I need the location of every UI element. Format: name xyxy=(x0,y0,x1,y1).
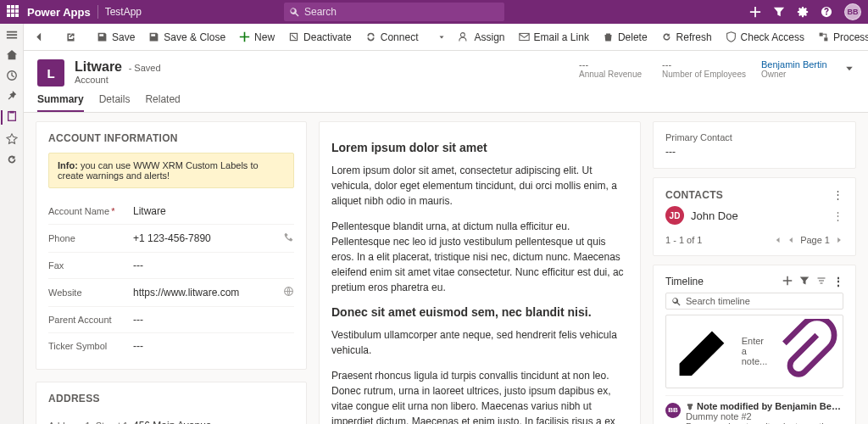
contact-row[interactable]: JDJohn Doe⋮ xyxy=(665,201,843,230)
clipboard-icon[interactable] xyxy=(6,110,18,122)
popout-button[interactable] xyxy=(60,28,81,46)
svg-rect-6 xyxy=(820,33,823,36)
field-row[interactable]: Ticker Symbol--- xyxy=(48,333,294,359)
primary-contact-value[interactable]: --- xyxy=(665,146,843,158)
settings-icon[interactable] xyxy=(797,6,809,18)
save-close-button[interactable]: Save & Close xyxy=(143,28,231,47)
process-button[interactable]: Process xyxy=(813,28,868,47)
field-value[interactable]: 456 Main Avenue xyxy=(133,420,294,424)
timeline-more-icon[interactable]: ⋮ xyxy=(833,276,843,287)
connect-chevron[interactable] xyxy=(433,31,450,44)
top-bar: Power Apps TestApp BB xyxy=(0,0,868,24)
timeline-add-icon[interactable] xyxy=(782,276,793,286)
back-button[interactable] xyxy=(29,28,50,46)
header-owner[interactable]: Benjamin Bertin Owner xyxy=(761,59,829,79)
check-access-button[interactable]: Check Access xyxy=(721,28,810,47)
timeline-filter-icon[interactable] xyxy=(799,276,810,286)
pin-icon[interactable] xyxy=(6,90,18,102)
field-value[interactable]: Litware xyxy=(133,205,294,217)
timeline-sort-icon[interactable] xyxy=(816,276,826,286)
header-num-employees: --- Number of Employees xyxy=(662,59,746,79)
delete-button[interactable]: Delete xyxy=(598,28,653,47)
pencil-icon xyxy=(671,319,737,384)
save-button[interactable]: Save xyxy=(92,28,140,47)
field-row[interactable]: Websitehttps://www.litware.com xyxy=(48,279,294,307)
add-icon[interactable] xyxy=(749,6,761,18)
timeline-avatar: BB xyxy=(665,403,681,418)
globe-icon[interactable] xyxy=(283,286,294,299)
contact-name: John Doe xyxy=(691,209,738,222)
header-expand-chevron[interactable] xyxy=(844,64,854,75)
contact-more-icon[interactable]: ⋮ xyxy=(832,209,843,222)
field-row[interactable]: Fax--- xyxy=(48,253,294,279)
phone-icon[interactable] xyxy=(283,232,294,245)
search-icon xyxy=(289,7,299,17)
record-header: L Litware - Saved Account --- Annual Rev… xyxy=(24,51,868,86)
tab-summary[interactable]: Summary xyxy=(37,93,84,112)
new-button[interactable]: New xyxy=(234,28,280,47)
svg-rect-2 xyxy=(9,111,14,114)
pager-prev-icon[interactable] xyxy=(787,236,795,244)
field-value[interactable]: --- xyxy=(133,259,294,271)
timeline-search[interactable]: Search timeline xyxy=(665,293,843,310)
pager-first-icon[interactable] xyxy=(773,236,782,244)
assign-button[interactable]: Assign xyxy=(453,28,509,47)
pager-next-icon[interactable] xyxy=(835,236,843,244)
svg-point-4 xyxy=(461,33,465,37)
field-label: Ticker Symbol xyxy=(48,341,133,351)
deactivate-button[interactable]: Deactivate xyxy=(283,28,357,47)
timeline-note-input[interactable]: Enter a note... xyxy=(665,315,843,388)
record-title: Litware xyxy=(75,59,122,75)
attachment-icon[interactable] xyxy=(772,319,837,384)
star-icon[interactable] xyxy=(6,133,18,145)
field-row[interactable]: Account Name*Litware xyxy=(48,198,294,225)
rich-paragraph: Lorem ipsum dolor sit amet, consectetur … xyxy=(331,163,628,209)
rich-paragraph: Praesent rhoncus ligula id turpis conval… xyxy=(331,368,628,424)
field-row[interactable]: Address 1: Street 1456 Main Avenue xyxy=(48,413,294,424)
filter-icon[interactable] xyxy=(773,6,785,18)
field-row[interactable]: Phone+1 123-456-7890 xyxy=(48,225,294,253)
field-value[interactable]: --- xyxy=(133,340,294,352)
connect-button[interactable]: Connect xyxy=(360,28,424,47)
global-search-input[interactable] xyxy=(304,6,499,18)
field-value[interactable]: +1 123-456-7890 xyxy=(133,232,283,244)
primary-contact-label: Primary Contact xyxy=(665,132,843,142)
timeline-section: Timeline ⋮ Search timeline xyxy=(653,265,856,424)
app-launcher-icon[interactable] xyxy=(7,5,20,19)
tab-details[interactable]: Details xyxy=(99,93,131,112)
clock-icon[interactable] xyxy=(6,70,18,81)
rich-paragraph: Vestibulum ullamcorper ante neque, sed h… xyxy=(331,327,628,358)
address-section: ADDRESS Address 1: Street 1456 Main Aven… xyxy=(36,382,307,424)
global-search[interactable] xyxy=(284,3,504,21)
divider xyxy=(97,5,98,19)
description-section: Lorem ipsum dolor sit amet Lorem ipsum d… xyxy=(319,121,641,424)
field-label: Website xyxy=(48,287,133,298)
timeline-item[interactable]: BBNote modified by Benjamin BertinDummy … xyxy=(665,395,843,424)
note-icon xyxy=(686,401,697,411)
field-label: Parent Account xyxy=(48,315,133,325)
tab-related[interactable]: Related xyxy=(145,93,180,112)
subgrid-more-icon[interactable]: ⋮ xyxy=(832,188,843,201)
subgrid-range: 1 - 1 of 1 xyxy=(665,235,702,245)
rich-paragraph: Pellentesque blandit urna, at dictum nul… xyxy=(331,219,628,295)
record-entity: Account xyxy=(75,75,161,85)
user-avatar[interactable]: BB xyxy=(844,3,861,20)
home-icon[interactable] xyxy=(6,49,18,61)
svg-rect-5 xyxy=(519,33,528,40)
hamburger-icon[interactable] xyxy=(6,29,18,41)
help-icon[interactable] xyxy=(821,6,832,18)
section-title: ACCOUNT INFORMATION xyxy=(48,132,294,144)
primary-contact-section: Primary Contact --- xyxy=(653,121,856,169)
field-label: Address 1: Street 1 xyxy=(48,421,133,424)
search-icon xyxy=(671,297,681,306)
field-label: Fax xyxy=(48,260,133,271)
field-value[interactable]: https://www.litware.com xyxy=(133,287,283,298)
left-nav-rail xyxy=(0,24,24,424)
refresh-button[interactable]: Refresh xyxy=(656,28,717,47)
command-bar: Save Save & Close New Deactivate Connect… xyxy=(24,24,868,51)
refresh-small-icon[interactable] xyxy=(6,153,18,165)
field-row[interactable]: Parent Account--- xyxy=(48,307,294,333)
section-title: ADDRESS xyxy=(48,393,294,404)
field-value[interactable]: --- xyxy=(133,314,294,326)
email-link-button[interactable]: Email a Link xyxy=(514,28,594,47)
